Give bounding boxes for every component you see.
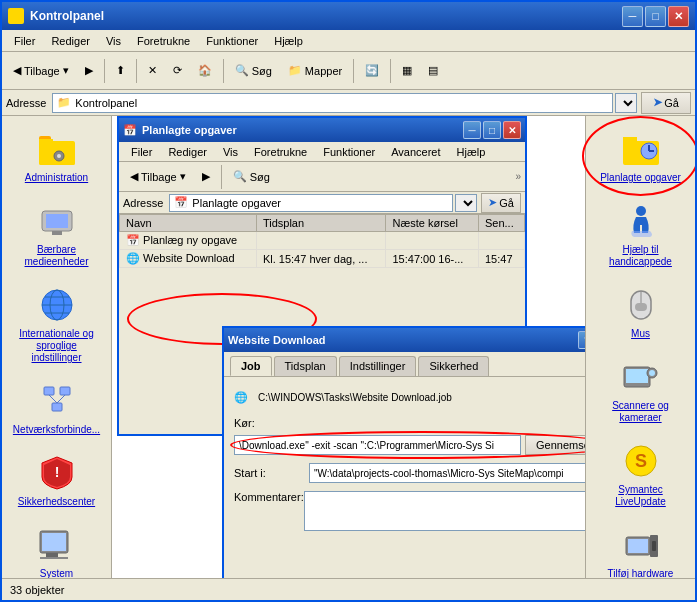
address-folder-icon: 📁: [57, 96, 71, 109]
svg-rect-25: [46, 553, 58, 557]
menu-funktioner[interactable]: Funktioner: [198, 33, 266, 49]
tab-tidsplan[interactable]: Tidsplan: [274, 356, 337, 376]
col-naeste: Næste kørsel: [386, 215, 479, 232]
search-button[interactable]: 🔍 Søg: [228, 57, 279, 85]
main-menu-bar: Filer Rediger Vis Foretrukne Funktioner …: [2, 30, 695, 52]
menu-rediger[interactable]: Rediger: [43, 33, 98, 49]
toolbar-icon2[interactable]: ⟳: [166, 57, 189, 85]
svg-rect-10: [46, 214, 68, 228]
sch-go-label: Gå: [499, 197, 514, 209]
svg-rect-26: [40, 557, 68, 559]
home-button[interactable]: 🏠: [191, 57, 219, 85]
sidebar-item-planlagte[interactable]: Planlagte opgaver: [590, 124, 691, 188]
browse-button[interactable]: Gennemse...: [525, 435, 585, 455]
svg-line-20: [49, 395, 57, 403]
toolbar-icon1[interactable]: ✕: [141, 57, 164, 85]
minimize-button[interactable]: ─: [622, 6, 643, 27]
svg-rect-37: [626, 369, 648, 383]
sch-menu-foretrukne[interactable]: Foretrukne: [246, 144, 315, 160]
scheduled-tb-buttons: ─ □ ✕: [463, 121, 521, 139]
dialog-tab-bar: Job Tidsplan Indstillinger Sikkerhed: [224, 352, 585, 377]
close-button[interactable]: ✕: [668, 6, 689, 27]
sch-menu-rediger[interactable]: Rediger: [160, 144, 215, 160]
address-input[interactable]: 📁 Kontrolpanel: [52, 93, 613, 113]
sch-menu-hjaelp[interactable]: Hjælp: [449, 144, 494, 160]
scheduled-address-bar: Adresse 📅 Planlagte opgaver ➤ Gå: [119, 192, 525, 214]
status-text: 33 objekter: [10, 584, 64, 596]
up-button[interactable]: ⬆: [109, 57, 132, 85]
back-button[interactable]: ◀ Tilbage ▾: [6, 57, 76, 85]
sch-menu-vis[interactable]: Vis: [215, 144, 246, 160]
sch-menu-funktioner[interactable]: Funktioner: [315, 144, 383, 160]
planlagte-icon: [620, 128, 662, 170]
title-bar-buttons: ─ □ ✕: [622, 6, 689, 27]
sidebar-item-baerbare[interactable]: Bærbare medieenheder: [6, 196, 107, 272]
dialog-help[interactable]: ?: [578, 331, 585, 349]
sidebar-item-system[interactable]: System: [6, 520, 107, 578]
sidebar-item-scannere[interactable]: Scannere og kameraer: [590, 352, 691, 428]
menu-foretrukne[interactable]: Foretrukne: [129, 33, 198, 49]
tab-job[interactable]: Job: [230, 356, 272, 376]
scheduled-minimize[interactable]: ─: [463, 121, 481, 139]
sch-menu-filer[interactable]: Filer: [123, 144, 160, 160]
svg-rect-11: [52, 231, 62, 235]
system-icon: [36, 524, 78, 566]
view-list-button[interactable]: ▤: [421, 57, 445, 85]
sidebar-item-hjaelp[interactable]: Hjælp til handicappede: [590, 196, 691, 272]
toolbar-sep1: [104, 59, 105, 83]
new-task-icon: 📅: [126, 234, 140, 246]
kor-row: Kør:: [234, 417, 585, 429]
forward-button[interactable]: ▶: [78, 57, 100, 85]
kommentarer-label: Kommentarer:: [234, 491, 304, 503]
right-sidebar: Planlagte opgaver Hjælp til handicappede: [585, 116, 695, 578]
maximize-button[interactable]: □: [645, 6, 666, 27]
folders-button[interactable]: 📁 Mapper: [281, 57, 349, 85]
scheduled-title-bar: 📅 Planlagte opgaver ─ □ ✕: [119, 118, 525, 142]
sch-search-button[interactable]: 🔍 Søg: [226, 163, 277, 191]
menu-hjaelp[interactable]: Hjælp: [266, 33, 311, 49]
tab-sikkerhed[interactable]: Sikkerhed: [418, 356, 489, 376]
start-input[interactable]: [309, 463, 585, 483]
sidebar-item-internationale[interactable]: Internationale og sproglige indstillinge…: [6, 280, 107, 368]
svg-rect-19: [52, 403, 62, 411]
sch-back-button[interactable]: ◀ Filer Tilbage ▾: [123, 163, 193, 191]
menu-vis[interactable]: Vis: [98, 33, 129, 49]
path-icon: 🌐: [234, 391, 248, 404]
sidebar-item-sikkerhed[interactable]: ! Sikkerhedscenter: [6, 448, 107, 512]
scheduled-maximize[interactable]: □: [483, 121, 501, 139]
kommentarer-textarea[interactable]: [304, 491, 585, 531]
internationale-icon: [36, 284, 78, 326]
sidebar-system-label: System: [40, 568, 73, 578]
forward-icon: ▶: [85, 64, 93, 77]
sidebar-scannere-label: Scannere og kameraer: [594, 400, 687, 424]
address-dropdown[interactable]: [615, 93, 637, 113]
sidebar-item-tilfoj[interactable]: Tilføj hardware: [590, 520, 691, 578]
history-button[interactable]: 🔄: [358, 57, 386, 85]
sch-address-dropdown[interactable]: [455, 194, 477, 212]
sidebar-item-mus[interactable]: Mus: [590, 280, 691, 344]
left-sidebar: Administration Bærbare medieenheder: [2, 116, 112, 578]
sch-forward-button[interactable]: ▶: [195, 163, 217, 191]
sidebar-item-administration[interactable]: Administration: [6, 124, 107, 188]
path-input[interactable]: [254, 387, 585, 407]
path-row: 🌐: [234, 387, 585, 407]
tab-indstillinger[interactable]: Indstillinger: [339, 356, 417, 376]
dialog-title-bar: Website Download ? ✕: [224, 328, 585, 352]
table-row[interactable]: 🌐 Website Download Kl. 15:47 hver dag, .…: [120, 250, 525, 268]
sch-menu-avanceret[interactable]: Avanceret: [383, 144, 448, 160]
view-button[interactable]: ▦: [395, 57, 419, 85]
main-title: Kontrolpanel: [30, 9, 622, 23]
sch-address-input[interactable]: 📅 Planlagte opgaver: [169, 194, 453, 212]
go-arrow-icon: ➤: [653, 96, 662, 109]
website-download-dialog: Website Download ? ✕ Job Tidsplan Indsti…: [222, 326, 585, 578]
menu-filer[interactable]: Filer: [6, 33, 43, 49]
kor-input[interactable]: [234, 435, 521, 455]
sidebar-item-netverk[interactable]: Netværksforbinde...: [6, 376, 107, 440]
scheduled-close[interactable]: ✕: [503, 121, 521, 139]
sidebar-item-symantec[interactable]: S Symantec LiveUpdate: [590, 436, 691, 512]
folders-icon: 📁: [288, 64, 302, 77]
svg-rect-1: [9, 12, 15, 15]
go-button[interactable]: ➤ Gå: [641, 92, 691, 114]
sch-go-button[interactable]: ➤ Gå: [481, 193, 521, 213]
table-row[interactable]: 📅 Planlæg ny opgave: [120, 232, 525, 250]
